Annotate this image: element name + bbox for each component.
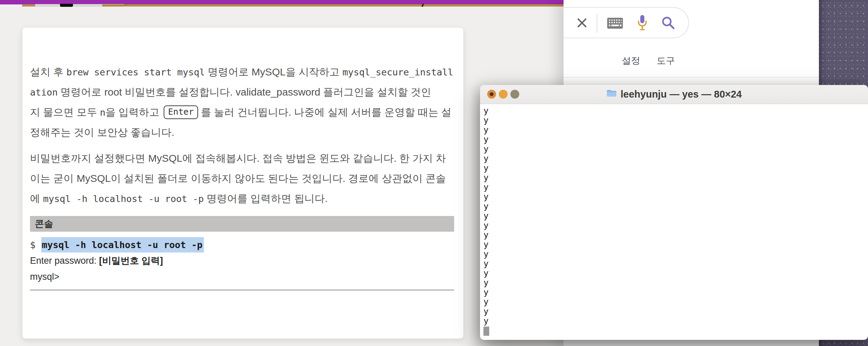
terminal-line: y <box>483 116 868 125</box>
text-segment: mysql_secure_install <box>342 67 453 77</box>
terminal-title-text: leehyunju — yes — 80×24 <box>620 89 742 100</box>
text-segment: mysql -h localhost -u root -p <box>43 193 204 204</box>
terminal-line: y <box>483 202 868 211</box>
terminal-cursor <box>483 327 489 336</box>
text-segment: 명령어를 입력하면 됩니다. <box>204 193 328 204</box>
terminal-line: y <box>483 259 868 269</box>
section-divider <box>30 289 454 291</box>
text-line: ation 명령어로 root 비밀번호를 설정합니다. validate_pa… <box>30 82 454 102</box>
text-segment: 비밀번호까지 설정했다면 MySQL에 접속해봅시다. 접속 방법은 윈도와 같… <box>30 153 446 164</box>
terminal-line: y <box>483 230 868 240</box>
terminal-line: y <box>483 278 868 288</box>
text-line: mysql> <box>30 269 454 285</box>
terminal-line: y <box>483 269 868 278</box>
text-segment: ation <box>30 87 58 98</box>
window-top-fragment <box>102 4 127 6</box>
text-segment: 명령어로 MySQL을 시작하고 <box>205 66 342 77</box>
text-line: 에 mysql -h localhost -u root -p 명령어를 입력하… <box>30 188 454 208</box>
search-icon[interactable] <box>661 16 675 30</box>
terminal-line: y <box>483 249 868 259</box>
selected-command-text: mysql -h localhost -u root -p <box>41 237 204 253</box>
terminal-window[interactable]: leehyunju — yes — 80×24 yyyyyyyyyyyyyyyy… <box>480 85 868 340</box>
article-card: 설치 후 brew services start mysql 명령어로 MySQ… <box>22 27 464 339</box>
paragraph-connect: 비밀번호까지 설정했다면 MySQL에 접속해봅시다. 접속 방법은 윈도와 같… <box>30 148 454 208</box>
text-segment: mysql> <box>30 272 59 282</box>
folder-icon <box>606 89 617 100</box>
text-line: 정해주는 것이 보안상 좋습니다. <box>30 122 454 142</box>
terminal-line: y <box>483 106 868 116</box>
window-top-fragment <box>60 4 73 7</box>
terminal-titlebar[interactable]: leehyunju — yes — 80×24 <box>480 85 868 104</box>
text-line: 지 물으면 모두 n을 입력하고 Enter를 눌러 건너뜁니다. 나중에 실제… <box>30 102 454 122</box>
mic-icon[interactable] <box>637 14 647 31</box>
terminal-output-lines: yyyyyyyyyyyyyyyyyyyyyyy <box>483 106 868 326</box>
terminal-title: leehyunju — yes — 80×24 <box>480 85 868 104</box>
terminal-line: y <box>483 316 868 326</box>
search-bar-divider <box>597 14 597 33</box>
text-line: $ mysql -h localhost -u root -p <box>30 237 454 253</box>
close-icon[interactable] <box>576 17 588 29</box>
terminal-output[interactable]: yyyyyyyyyyyyyyyyyyyyyyy <box>480 104 868 336</box>
terminal-line: y <box>483 211 868 221</box>
text-segment: 을 입력하고 <box>105 106 162 118</box>
text-segment: 명령어로 root 비밀번호를 설정합니다. validate_password… <box>58 86 431 98</box>
text-segment: 정해주는 것이 보안상 좋습니다. <box>30 127 174 138</box>
desktop: 설치 후 brew services start mysql 명령어로 MySQ… <box>0 0 868 346</box>
terminal-line: y <box>483 173 868 183</box>
text-segment: Enter password: <box>30 256 99 266</box>
text-line: Enter password: [비밀번호 입력] <box>30 253 454 269</box>
terminal-line: y <box>483 154 868 163</box>
terminal-line: y <box>483 144 868 154</box>
terminal-line: y <box>483 307 868 316</box>
console-box-body: $ mysql -h localhost -u root -pEnter pas… <box>30 237 454 285</box>
terminal-line: y <box>483 135 868 144</box>
terminal-line: y <box>483 240 868 249</box>
terminal-line: y <box>483 163 868 173</box>
text-line: 비밀번호까지 설정했다면 MySQL에 접속해봅시다. 접속 방법은 윈도와 같… <box>30 148 454 168</box>
text-segment: 에 <box>30 193 43 204</box>
text-segment: n <box>100 107 105 118</box>
text-line: 이는 굳이 MySQL이 설치된 폴더로 이동하지 않아도 된다는 것입니다. … <box>30 168 454 188</box>
text-segment: [비밀번호 입력] <box>99 256 163 266</box>
text-segment: $ <box>30 240 41 250</box>
enter-key-badge: Enter <box>164 105 198 119</box>
left-browser-window: 설치 후 brew services start mysql 명령어로 MySQ… <box>0 0 564 346</box>
terminal-line: y <box>483 288 868 297</box>
paragraph-install: 설치 후 brew services start mysql 명령어로 MySQ… <box>30 62 454 142</box>
text-segment: 지 물으면 모두 <box>30 106 100 118</box>
settings-link[interactable]: 설정 <box>622 55 640 67</box>
terminal-line: y <box>483 297 868 307</box>
text-segment: brew services start mysql <box>66 67 205 77</box>
results-divider <box>564 77 819 78</box>
terminal-line: y <box>483 125 868 135</box>
keyboard-icon[interactable] <box>607 17 623 29</box>
text-segment: 를 눌러 건너뜁니다. 나중에 실제 서버를 운영할 때는 설 <box>201 106 451 118</box>
text-segment: 이는 굳이 MySQL이 설치된 폴더로 이동하지 않아도 된다는 것입니다. … <box>30 173 446 184</box>
text-segment: 설치 후 <box>30 66 66 77</box>
terminal-line: y <box>483 192 868 202</box>
text-line: 설치 후 brew services start mysql 명령어로 MySQ… <box>30 62 454 82</box>
tools-link[interactable]: 도구 <box>657 55 675 67</box>
terminal-line: y <box>483 183 868 192</box>
terminal-line: y <box>483 221 868 230</box>
console-box-header: 콘솔 <box>30 216 454 232</box>
